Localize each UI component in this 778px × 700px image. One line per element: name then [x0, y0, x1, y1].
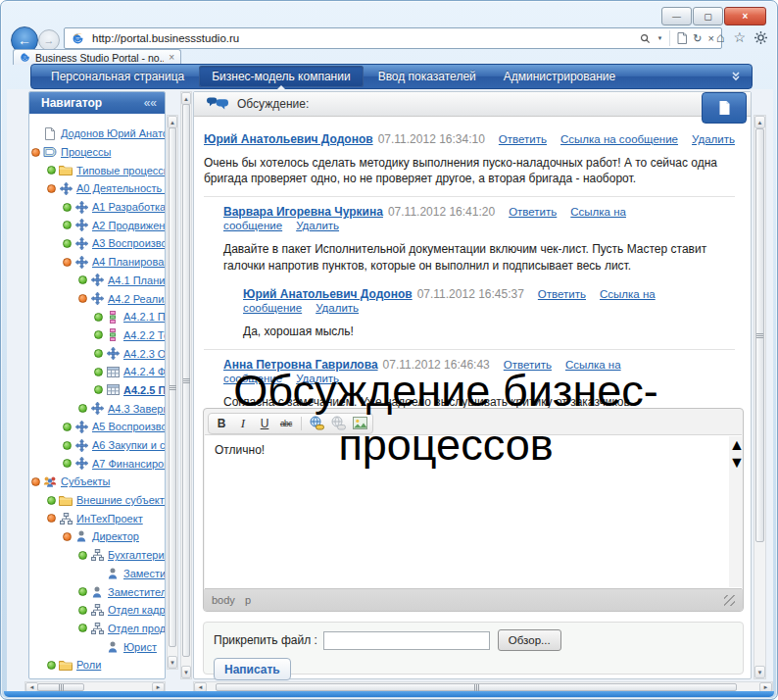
- message-author-link[interactable]: Юрий Анатольевич Додонов: [243, 287, 413, 301]
- tree-link[interactable]: Отдел продаж: [108, 623, 165, 634]
- tab-close-icon[interactable]: ×: [169, 52, 174, 63]
- scroll-up-icon[interactable]: ▲: [754, 116, 765, 128]
- tree-link[interactable]: А4.2.1 Предло: [123, 311, 165, 323]
- home-icon[interactable]: ⌂: [716, 29, 724, 45]
- expand-node-icon[interactable]: [94, 330, 103, 339]
- tree-link[interactable]: Типовые процессы: [76, 165, 165, 176]
- scrollbar-thumb[interactable]: [37, 683, 84, 691]
- tree-link[interactable]: А4.2 Реализация: [108, 293, 165, 305]
- tree-link[interactable]: Юрист: [123, 641, 157, 653]
- expand-node-icon[interactable]: [78, 551, 87, 560]
- search-dropdown-icon[interactable]: ▼: [656, 35, 662, 41]
- tree-link[interactable]: Процессы: [61, 146, 111, 158]
- tree-link[interactable]: Отдел кадров: [108, 604, 165, 616]
- scroll-up-icon[interactable]: ▲: [729, 436, 742, 454]
- bold-button[interactable]: B: [212, 415, 231, 432]
- message-action-link[interactable]: Ответить: [509, 206, 557, 218]
- collapse-node-icon[interactable]: [31, 477, 40, 486]
- collapse-node-icon[interactable]: [47, 514, 56, 523]
- tree-link[interactable]: А0 Деятельность в обл: [76, 182, 165, 194]
- expand-node-icon[interactable]: [78, 587, 87, 596]
- expand-node-icon[interactable]: [78, 275, 87, 284]
- double-chevron-down-icon[interactable]: [730, 71, 742, 82]
- file-path-input[interactable]: [323, 631, 490, 650]
- expand-node-icon[interactable]: [78, 606, 87, 615]
- portal-nav-tab-2[interactable]: Бизнес-модель компании: [199, 66, 363, 87]
- editor-content[interactable]: Отлично! ▲ ▼: [205, 434, 742, 589]
- close-button[interactable]: ×: [724, 7, 766, 25]
- tree-link[interactable]: Об: [76, 677, 91, 679]
- collapse-node-icon[interactable]: [63, 258, 72, 267]
- expand-node-icon[interactable]: [63, 221, 72, 229]
- message-action-link[interactable]: Ответить: [499, 133, 547, 145]
- expand-node-icon[interactable]: [47, 661, 56, 670]
- underline-button[interactable]: U: [255, 415, 274, 432]
- compatibility-view-icon[interactable]: [677, 32, 687, 44]
- tree-link[interactable]: А4.3 Завершение: [108, 403, 165, 415]
- scrollbar-thumb[interactable]: [182, 104, 190, 657]
- scroll-down-icon[interactable]: ▼: [168, 656, 177, 669]
- forward-button[interactable]: →: [38, 29, 60, 51]
- tree-link[interactable]: Роли: [76, 659, 101, 671]
- expand-node-icon[interactable]: [47, 496, 56, 505]
- message-action-link[interactable]: Удалить: [296, 373, 339, 384]
- message-action-link[interactable]: Ссылка на сообщение: [560, 133, 678, 145]
- tree-link[interactable]: А4.2.4 Форми: [123, 366, 165, 377]
- expand-node-icon[interactable]: [94, 349, 103, 358]
- collapse-panel-icon[interactable]: ««: [144, 96, 157, 110]
- browser-tab[interactable]: Business Studio Portal - no... ×: [13, 49, 181, 65]
- portal-nav-tab-1[interactable]: Персональная страница: [38, 66, 197, 87]
- resize-grip-icon[interactable]: [724, 595, 735, 606]
- scrollbar-thumb[interactable]: [216, 683, 737, 691]
- tree-link[interactable]: А4 Планирование и: [92, 256, 165, 268]
- insert-link-icon[interactable]: [307, 415, 326, 432]
- portal-nav-tab-3[interactable]: Ввод показателей: [365, 66, 489, 87]
- scroll-down-icon[interactable]: ▼: [729, 454, 742, 472]
- scrollbar-thumb[interactable]: [755, 128, 764, 542]
- tree-link[interactable]: А4.1 Планирован: [108, 275, 165, 286]
- refresh-icon[interactable]: ↻: [693, 32, 702, 45]
- tree-link[interactable]: А4.2.3 Орган: [123, 348, 165, 360]
- portal-nav-tab-4[interactable]: Администрирование: [491, 66, 628, 87]
- favorites-star-icon[interactable]: ☆: [733, 29, 746, 45]
- minimize-button[interactable]: —: [661, 7, 692, 25]
- search-icon[interactable]: [640, 33, 651, 44]
- tree-link[interactable]: А3 Воспроизводств: [92, 237, 165, 249]
- insert-image-icon[interactable]: [350, 415, 369, 432]
- expand-node-icon[interactable]: [63, 203, 72, 212]
- tools-gear-icon[interactable]: [754, 31, 767, 44]
- tree-link[interactable]: А4.2.5 Пуско: [123, 384, 165, 396]
- tree-link[interactable]: Субъекты: [61, 475, 110, 487]
- italic-button[interactable]: I: [233, 415, 253, 432]
- discussion-vscrollbar[interactable]: ▲ ▼: [754, 115, 766, 679]
- tree-link[interactable]: Заместитель ди: [123, 568, 165, 579]
- tree-link[interactable]: А2 Продвижение и п: [92, 220, 165, 231]
- collapse-node-icon[interactable]: [78, 294, 87, 303]
- tree-link[interactable]: А1 Разработка страт: [92, 201, 165, 213]
- page-vscrollbar[interactable]: ▲ ▼: [180, 91, 192, 679]
- strikethrough-button[interactable]: abc: [276, 415, 296, 432]
- write-button[interactable]: Написать: [214, 658, 291, 680]
- browse-button[interactable]: Обзор...: [498, 629, 561, 651]
- message-action-link[interactable]: Ответить: [538, 288, 586, 300]
- collapse-node-icon[interactable]: [47, 184, 56, 193]
- url-field[interactable]: http://portal.businessstudio.ru ▼ ↻ ×: [64, 27, 722, 49]
- unlink-icon[interactable]: [328, 415, 348, 432]
- editor-vscrollbar[interactable]: ▲ ▼: [729, 436, 742, 587]
- scroll-down-icon[interactable]: ▼: [181, 666, 191, 678]
- tree-link[interactable]: Бухгалтерия: [108, 549, 165, 561]
- expand-node-icon[interactable]: [78, 624, 87, 632]
- tree-link[interactable]: А7 Финансирование: [92, 458, 165, 470]
- expand-node-icon[interactable]: [47, 166, 56, 175]
- maximize-button[interactable]: ▢: [693, 7, 723, 25]
- navigator-vscrollbar[interactable]: ▲ ▼: [167, 115, 178, 670]
- scrollbar-thumb[interactable]: [169, 127, 176, 647]
- tree-link[interactable]: А4.2.2 Технол: [123, 329, 165, 341]
- stop-icon[interactable]: ×: [708, 32, 714, 44]
- message-action-link[interactable]: Удалить: [692, 133, 735, 145]
- message-author-link[interactable]: Юрий Анатольевич Додонов: [204, 132, 373, 146]
- message-author-link[interactable]: Анна Петровна Гаврилова: [223, 358, 378, 372]
- collapse-node-icon[interactable]: [63, 532, 72, 541]
- tree-link[interactable]: Додонов Юрий Анатольевич: [61, 127, 165, 139]
- tree-link[interactable]: Внешние субъекты: [76, 494, 165, 506]
